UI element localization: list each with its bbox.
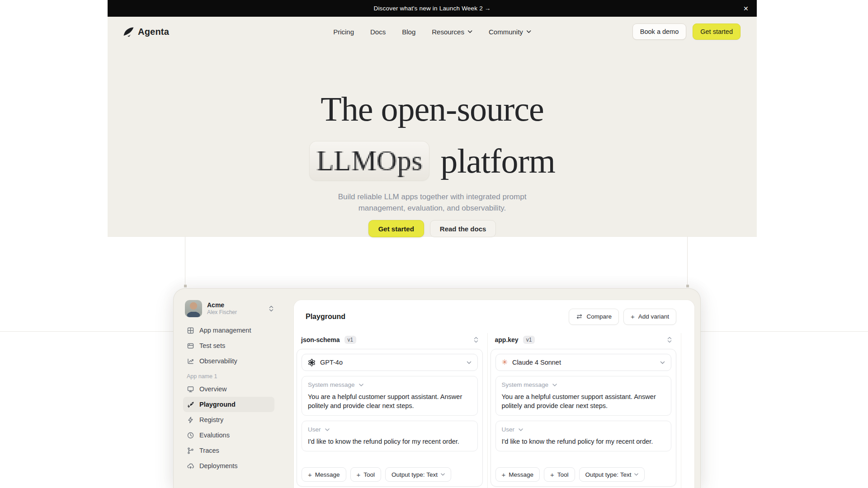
variant-column-app-key: app.key v1 ✳ Claude 4 Sonnet: [488, 333, 682, 488]
site-header: Agenta Pricing Docs Blog Resources Commu…: [108, 17, 757, 47]
hero-subtitle: Build reliable LLM apps together with in…: [321, 192, 543, 214]
nav-blog[interactable]: Blog: [402, 28, 415, 36]
user-message-text[interactable]: I'd like to know the refund policy for m…: [502, 437, 665, 446]
version-badge: v1: [344, 336, 357, 344]
sidebar-item-observability[interactable]: Observability: [183, 353, 274, 369]
system-message-box[interactable]: System message You are a helpful custome…: [302, 376, 478, 416]
chevron-down-icon: [660, 361, 665, 364]
main-nav: Pricing Docs Blog Resources Community: [333, 28, 531, 36]
sidebar-item-playground[interactable]: Playground: [183, 397, 274, 412]
variant-footer: +Message +Tool Output type: Text: [495, 467, 672, 482]
get-started-button-hero[interactable]: Get started: [368, 220, 424, 237]
variant-name: app.key: [495, 336, 519, 343]
avatar: [185, 300, 202, 317]
sidebar-item-traces[interactable]: Traces: [183, 443, 274, 458]
workspace-org: Acme: [207, 301, 237, 309]
workspace-user: Alex Fischer: [207, 309, 237, 316]
user-message-box[interactable]: User I'd like to know the refund policy …: [302, 421, 478, 451]
system-message-box[interactable]: System message You are a helpful custome…: [495, 376, 672, 416]
plus-icon: +: [631, 313, 635, 320]
system-message-text[interactable]: You are a helpful customer support assis…: [308, 392, 472, 410]
app-window-mockup: Acme Alex Fischer App management: [173, 288, 701, 488]
workspace-switcher[interactable]: Acme Alex Fischer: [185, 300, 276, 317]
playground-title: Playground: [306, 313, 345, 321]
chevron-updown-icon[interactable]: [667, 337, 672, 343]
left-rail-cap: [184, 285, 187, 287]
rows-icon: [187, 342, 194, 350]
variant-name: json-schema: [301, 336, 340, 343]
output-type-select[interactable]: Output type: Text: [385, 467, 451, 482]
variants-area: json-schema v1 GPT-4o: [294, 333, 681, 488]
agenta-logo-icon: [123, 27, 134, 37]
chevron-down-icon[interactable]: [325, 428, 330, 431]
cloud-upload-icon: [187, 462, 194, 470]
playground-panel: Playground Compare + Add variant: [293, 300, 695, 488]
read-docs-button[interactable]: Read the docs: [430, 220, 496, 237]
chevron-down-icon: [467, 361, 472, 364]
branch-icon: [187, 447, 194, 455]
chevron-updown-icon: [269, 305, 274, 312]
chevron-down-icon[interactable]: [519, 428, 523, 431]
system-message-text[interactable]: You are a helpful customer support assis…: [502, 392, 665, 410]
add-tool-button[interactable]: +Tool: [350, 467, 382, 482]
brand-logo[interactable]: Agenta: [123, 27, 169, 37]
chart-icon: [187, 357, 194, 365]
sidebar-item-registry[interactable]: Registry: [183, 412, 274, 427]
chevron-updown-icon[interactable]: [474, 337, 478, 343]
plus-icon: +: [502, 471, 506, 478]
user-message-label: User: [502, 426, 515, 433]
model-name: GPT-4o: [320, 359, 343, 366]
anthropic-logo-icon: ✳: [502, 359, 508, 366]
model-select[interactable]: GPT-4o: [302, 354, 478, 371]
get-started-button-header[interactable]: Get started: [693, 23, 741, 40]
chevron-down-icon: [526, 30, 531, 33]
left-rail-line: [185, 237, 185, 286]
chevron-down-icon: [634, 473, 638, 476]
plus-icon: +: [550, 471, 554, 478]
hero-title-line2: platform: [108, 141, 757, 181]
brand-name: Agenta: [138, 27, 169, 37]
book-demo-button[interactable]: Book a demo: [632, 23, 686, 40]
variant-column-json-schema: json-schema v1 GPT-4o: [294, 333, 488, 488]
compare-arrows-icon: [576, 314, 583, 319]
nav-docs[interactable]: Docs: [370, 28, 386, 36]
user-message-text[interactable]: I'd like to know the refund policy for m…: [308, 437, 472, 446]
sidebar-item-deployments[interactable]: Deployments: [183, 458, 274, 474]
nav-pricing[interactable]: Pricing: [333, 28, 354, 36]
llmops-highlight-box: [309, 141, 429, 181]
model-select[interactable]: ✳ Claude 4 Sonnet: [495, 354, 672, 371]
chevron-down-icon[interactable]: [359, 384, 363, 386]
lightning-icon: [187, 416, 194, 424]
plus-icon: +: [308, 471, 312, 478]
output-type-select[interactable]: Output type: Text: [579, 467, 645, 482]
compare-button[interactable]: Compare: [569, 309, 619, 325]
sidebar-item-app-management[interactable]: App management: [183, 323, 274, 338]
sidebar-item-evalutions[interactable]: Evalutions: [183, 427, 274, 443]
sidebar-menu: App management Test sets Observability A…: [183, 323, 274, 474]
variant-header[interactable]: app.key v1: [491, 333, 677, 347]
grid-icon: [187, 327, 194, 334]
openai-logo-icon: [308, 359, 316, 366]
page: Discover what's new in Launch Week 2 → ✕…: [0, 0, 868, 488]
user-message-box[interactable]: User I'd like to know the refund policy …: [495, 421, 672, 451]
announcement-link[interactable]: Discover what's new in Launch Week 2 →: [373, 5, 491, 12]
add-message-button[interactable]: +Message: [302, 467, 346, 482]
chevron-down-icon: [467, 30, 472, 33]
hero-cta-row: Get started Read the docs: [108, 220, 757, 237]
hero-title-line1: The open-source: [108, 89, 757, 129]
sidebar-item-overview[interactable]: Overview: [183, 381, 274, 397]
nav-resources[interactable]: Resources: [432, 28, 472, 36]
variant-card: ✳ Claude 4 Sonnet System message You are…: [491, 349, 677, 487]
variant-header[interactable]: json-schema v1: [297, 333, 483, 347]
add-message-button[interactable]: +Message: [495, 467, 540, 482]
monitor-icon: [187, 385, 194, 393]
add-variant-button[interactable]: + Add variant: [623, 309, 676, 325]
nav-community[interactable]: Community: [489, 28, 531, 36]
system-message-label: System message: [308, 381, 355, 388]
sidebar-item-test-sets[interactable]: Test sets: [183, 338, 274, 353]
close-icon[interactable]: ✕: [743, 5, 749, 12]
chevron-down-icon[interactable]: [552, 384, 557, 386]
sidebar-section-label: App name 1: [183, 369, 274, 381]
system-message-label: System message: [502, 381, 549, 388]
add-tool-button[interactable]: +Tool: [544, 467, 575, 482]
